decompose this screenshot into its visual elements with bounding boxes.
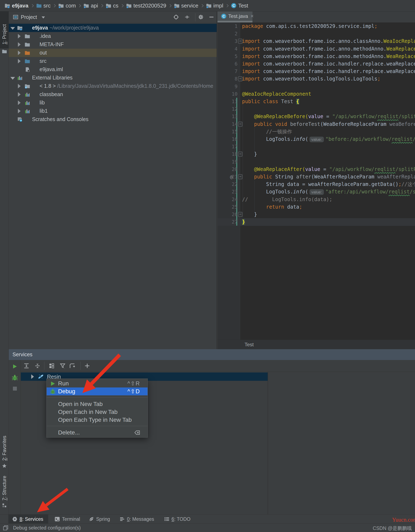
breadcrumb-item-service[interactable]: service (174, 2, 198, 9)
menu-item-run[interactable]: Run^⇧R (47, 380, 148, 388)
code-line-21[interactable]: public String after(WeaAfterReplaceParam… (242, 173, 415, 181)
code-line-14[interactable]: public void beforeTest(WeaBeforeReplaceP… (242, 120, 415, 128)
code-line-24[interactable]: // LogTools.info(data); (242, 196, 332, 203)
breadcrumb-item-api[interactable]: api (83, 2, 98, 9)
code-line-3[interactable]: import com.weaverboot.frame.ioc.anno.cla… (242, 38, 415, 45)
hide-panel-icon[interactable] (209, 14, 214, 20)
menu-item-open-in-new-tab[interactable]: Open in New Tab (47, 400, 148, 408)
breadcrumb-item-e9java[interactable]: e9java (5, 2, 29, 9)
tree-item-e9java-iml[interactable]: e9java.iml (9, 65, 217, 74)
code-line-27[interactable]: } (242, 218, 245, 226)
code-line-25[interactable]: return data; (242, 203, 302, 211)
toolwindow-tab-8-services[interactable]: 8: Services (8, 514, 48, 524)
line-number: 9 (217, 83, 237, 90)
gutter-annotation: @ (230, 173, 236, 181)
open-in-new-tab-icon[interactable] (69, 363, 75, 369)
code-line-18[interactable]: } (242, 150, 257, 158)
toolwindow-tab-spring[interactable]: Spring (85, 514, 114, 524)
code-line-10[interactable]: @WeaIocReplaceComponent (242, 90, 311, 98)
tree-item-lib1[interactable]: lib1 (9, 107, 217, 115)
expand-all-icon[interactable] (23, 363, 29, 369)
code-line-16[interactable]: LogTools.info(value:"before:/api/workflo… (242, 135, 415, 143)
breadcrumb-item-src[interactable]: src (36, 2, 51, 9)
code-line-4[interactable]: import com.weaverboot.frame.ioc.anno.met… (242, 45, 415, 53)
breadcrumb-item-test[interactable]: CTest (231, 2, 248, 9)
chevron-collapsed-icon[interactable] (18, 59, 21, 63)
menu-item-debug[interactable]: Debug^⇧D (47, 388, 148, 395)
code-line-5[interactable]: import com.weaverboot.frame.ioc.anno.met… (242, 53, 415, 60)
breadcrumb-item-test20200529[interactable]: test20200529 (126, 2, 166, 9)
code-line-23[interactable]: LogTools.info(value:"after:/api/workflow… (242, 188, 415, 196)
tree-item-meta-inf[interactable]: META-INF (9, 40, 217, 49)
chevron-collapsed-icon[interactable] (18, 42, 21, 47)
fold-marker[interactable]: − (238, 212, 242, 217)
tree-item-scratches-and-consoles[interactable]: Scratches and Consoles (9, 115, 217, 124)
layout-icon[interactable] (3, 525, 8, 531)
toolwindow-tab-terminal[interactable]: Terminal (51, 514, 84, 524)
project-panel-title[interactable]: Project (21, 14, 37, 20)
close-icon[interactable]: × (251, 13, 254, 19)
breadcrumb-item-com[interactable]: com (58, 2, 76, 9)
code-line-6[interactable]: import com.weaverboot.frame.ioc.handler.… (242, 60, 415, 68)
toolwindow-tab-0-messages[interactable]: 0: Messages (116, 514, 158, 524)
menu-item-delete-[interactable]: Delete... (47, 429, 148, 437)
messages-icon (119, 516, 125, 522)
chevron-expanded-icon[interactable] (10, 27, 15, 30)
tree-item-external-libraries[interactable]: External Libraries (9, 74, 217, 82)
chevron-collapsed-icon[interactable] (18, 92, 21, 97)
folder-icon (25, 42, 30, 47)
run-icon[interactable] (12, 364, 18, 369)
code-line-22[interactable]: String data = weaAfterReplaceParam.getDa… (242, 180, 415, 188)
tree-item--1-8-[interactable]: < 1.8 > /Library/Java/JavaVirtualMachine… (9, 82, 217, 90)
tree-item-out[interactable]: out (9, 49, 217, 57)
tree-item--idea[interactable]: .idea (9, 32, 217, 40)
chevron-collapsed-icon[interactable] (18, 109, 21, 113)
code-line-20[interactable]: @WeaReplaceAfter(value = "/api/workflow/… (242, 166, 415, 173)
code-line-26[interactable]: } (242, 211, 257, 218)
tree-item-e9java[interactable]: e9java ~/work/project/e9java (9, 24, 217, 32)
gear-icon[interactable] (198, 14, 204, 20)
debug-icon[interactable] (12, 375, 18, 381)
fold-marker[interactable]: − (238, 39, 242, 44)
tree-item-classbean[interactable]: classbean (9, 90, 217, 99)
line-number: 13 (217, 113, 237, 120)
line-number: 4 (217, 45, 237, 53)
menu-item-open-each-in-new-tab[interactable]: Open Each in New Tab (47, 408, 148, 416)
tree-item-lib[interactable]: lib (9, 99, 217, 107)
services-title: Services (12, 352, 32, 358)
locate-icon[interactable] (173, 14, 179, 20)
fold-marker[interactable]: − (238, 76, 242, 81)
toolwindow-tab-6-todo[interactable]: 6: TODO (160, 514, 194, 524)
fold-marker[interactable]: − (238, 152, 242, 157)
breadcrumb-item-cs[interactable]: cs (106, 2, 119, 9)
folder-pkg-icon (106, 3, 111, 8)
collapse-all-icon[interactable] (184, 14, 190, 20)
add-service-icon[interactable] (84, 363, 90, 369)
code-line-8[interactable]: import com.weaverboot.tools.logTools.Log… (242, 75, 380, 83)
breadcrumb-item-impl[interactable]: impl (206, 2, 223, 9)
chevron-down-icon[interactable] (42, 16, 45, 19)
fold-marker[interactable]: − (238, 174, 242, 179)
chevron-collapsed-icon[interactable] (18, 34, 21, 38)
breadcrumb-item-test[interactable]: Test (245, 342, 254, 348)
chevron-expanded-icon[interactable] (10, 77, 15, 80)
code-line-11[interactable]: public class Test { (242, 98, 299, 105)
code-line-1[interactable]: package com.api.cs.test20200529.service.… (242, 22, 377, 30)
chevron-collapsed-icon[interactable] (18, 50, 21, 55)
stop-icon[interactable] (13, 387, 17, 390)
chevron-right-icon[interactable] (31, 374, 34, 379)
chevron-collapsed-icon[interactable] (18, 84, 21, 88)
tree-item-src[interactable]: src (9, 57, 217, 65)
tab-test-java[interactable]: C Test.java × (217, 11, 252, 21)
code-area[interactable]: 1package com.api.cs.test20200529.service… (217, 22, 415, 340)
code-line-15[interactable]: //一顿操作 (242, 128, 292, 136)
code-line-13[interactable]: @WeaReplaceBefore(value = "/api/workflow… (242, 113, 415, 120)
services-header[interactable]: Services (9, 349, 415, 360)
collapse-all-icon[interactable] (35, 363, 40, 369)
chevron-collapsed-icon[interactable] (18, 100, 21, 105)
filter-icon[interactable] (60, 363, 66, 369)
menu-item-open-each-type-in-new-tab[interactable]: Open Each Type in New Tab (47, 416, 148, 424)
group-by-icon[interactable] (49, 363, 55, 369)
fold-marker[interactable]: − (238, 122, 242, 127)
code-line-7[interactable]: import com.weaverboot.frame.ioc.handler.… (242, 67, 415, 75)
